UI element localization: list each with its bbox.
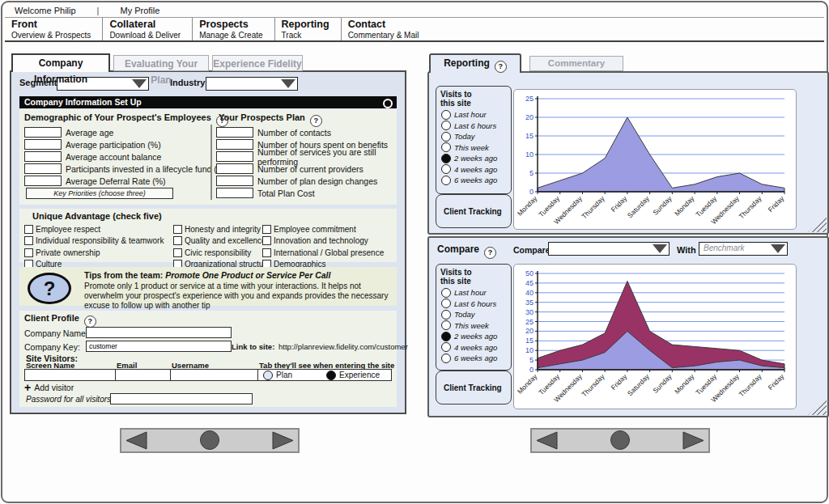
tips-headline: Tips from the team: Promote One Product … (84, 270, 392, 280)
checkbox[interactable] (262, 248, 271, 257)
nav-item-front[interactable]: Front Overview & Prospects (5, 18, 102, 40)
radio-button[interactable] (441, 176, 451, 185)
text-field[interactable] (24, 163, 62, 174)
scroll-left-icon[interactable] (124, 431, 148, 450)
help-icon[interactable]: ? (310, 115, 322, 127)
tips-body: Promote only 1 product or service at a t… (84, 282, 392, 311)
tab-experience-fidelity[interactable]: Experience Fidelity (212, 55, 303, 71)
text-field[interactable] (216, 163, 253, 174)
client-tracking-box[interactable]: Client Tracking (436, 194, 512, 228)
checkbox[interactable] (24, 236, 33, 245)
my-profile-link[interactable]: My Profile (120, 6, 159, 15)
radio-button[interactable] (441, 164, 451, 174)
help-icon[interactable]: ? (484, 247, 496, 259)
radio-button[interactable] (441, 354, 451, 363)
company-name-field[interactable] (86, 327, 232, 338)
text-field[interactable] (216, 151, 253, 162)
checkbox[interactable] (173, 225, 182, 234)
svg-text:50: 50 (525, 269, 534, 277)
radio-button[interactable] (441, 142, 451, 152)
scrollbar-thumb[interactable] (200, 430, 219, 450)
client-tracking-box[interactable]: Client Tracking (436, 371, 512, 404)
text-field[interactable] (24, 127, 62, 138)
nav-item-collateral[interactable]: Collateral Download & Deliver (102, 18, 192, 40)
scroll-left-icon[interactable] (534, 431, 559, 450)
help-icon[interactable]: ? (495, 61, 507, 73)
text-field[interactable] (216, 139, 253, 150)
checkbox[interactable] (24, 248, 33, 257)
industry-dropdown[interactable] (206, 77, 298, 91)
list-item: 4 weeks ago (441, 164, 511, 176)
key-priorities-button[interactable]: Key Priorities (choose three) (26, 188, 173, 199)
checkbox[interactable] (173, 236, 182, 245)
advantage-col2: Honesty and integrityQuality and excelle… (173, 223, 270, 270)
radio-button[interactable] (441, 310, 451, 320)
tab-commentary[interactable]: Commentary (529, 56, 623, 71)
demographic-fields: Average ageAverage participation (%)Aver… (24, 126, 227, 187)
text-field[interactable] (24, 151, 62, 162)
radio-label: 6 weeks ago (454, 354, 497, 362)
resize-grip-icon[interactable] (808, 398, 827, 415)
prospects-plan-title: Your Prospects Plan? (219, 112, 322, 127)
prospects-plan-fields: Number of contactsNumber of hours spent … (216, 126, 397, 199)
text-field[interactable] (24, 139, 62, 150)
text-field[interactable] (216, 127, 253, 138)
username-cell[interactable] (171, 370, 258, 380)
scroll-right-icon[interactable] (271, 431, 295, 450)
nav-item-reporting[interactable]: Reporting Track (274, 18, 341, 40)
add-visitor-button[interactable]: + Add visitor (24, 383, 74, 392)
checkbox-label: Innovation and technology (274, 236, 368, 245)
list-item: Today (441, 309, 511, 320)
radio-button[interactable] (441, 121, 451, 130)
svg-text:Monday: Monday (673, 372, 696, 396)
text-field[interactable] (24, 176, 62, 186)
svg-text:Thursday: Thursday (580, 372, 606, 399)
visits-title: Visits to (440, 90, 511, 99)
svg-text:25: 25 (525, 95, 534, 103)
compare-dropdown[interactable] (548, 242, 670, 256)
checkbox[interactable] (24, 225, 33, 234)
checkbox-label: Quality and excellence (185, 236, 266, 245)
radio-button[interactable] (441, 288, 451, 298)
email-cell[interactable] (116, 370, 171, 380)
visitors-password-field[interactable] (110, 393, 253, 404)
radio-button[interactable] (441, 132, 451, 142)
radio-button[interactable] (441, 332, 451, 341)
record-circle-icon[interactable] (383, 99, 393, 108)
nav-item-prospects[interactable]: Prospects Manage & Create (192, 18, 274, 40)
radio-button[interactable] (441, 154, 451, 163)
radio-button[interactable] (441, 299, 451, 308)
scroll-right-icon[interactable] (682, 431, 706, 450)
screen-name-cell[interactable] (25, 370, 116, 380)
checkbox[interactable] (262, 225, 271, 234)
nav-item-contact[interactable]: Contact Commentary & Mail (341, 18, 431, 40)
radio-button[interactable] (441, 110, 451, 120)
list-item: Last 6 hours (441, 299, 511, 310)
radio-label: Last 6 hours (454, 121, 496, 130)
reporting-panel: Visits to this site Last hourLast 6 hour… (427, 71, 829, 235)
list-item: Today (441, 131, 511, 142)
help-icon[interactable]: ? (84, 316, 96, 328)
radio-button[interactable] (441, 320, 451, 330)
right-scrollbar[interactable] (530, 428, 710, 453)
checkbox[interactable] (173, 248, 182, 257)
left-scrollbar[interactable] (120, 428, 300, 453)
tab-reporting[interactable]: Reporting? (429, 53, 521, 73)
experience-radio[interactable] (326, 371, 336, 380)
resize-grip-icon[interactable] (808, 215, 827, 232)
text-field[interactable] (216, 188, 253, 198)
benchmark-dropdown[interactable]: Benchmark (699, 242, 788, 256)
tab-evaluating-your-plan[interactable]: Evaluating Your Plan (113, 55, 209, 71)
tab-company-information[interactable]: Company Information (11, 53, 110, 72)
scrollbar-thumb[interactable] (610, 430, 630, 450)
text-field[interactable] (216, 176, 253, 186)
field-label: Participants invested in a lifecycle fun… (66, 164, 227, 174)
checkbox[interactable] (262, 236, 271, 245)
company-key-field[interactable] (86, 341, 232, 352)
list-item: 6 weeks ago (441, 353, 511, 364)
plan-radio[interactable] (263, 371, 273, 380)
svg-text:10: 10 (525, 150, 534, 159)
radio-label: 4 weeks ago (454, 165, 497, 174)
radio-button[interactable] (441, 342, 451, 352)
list-item: Employee respect (24, 223, 164, 235)
